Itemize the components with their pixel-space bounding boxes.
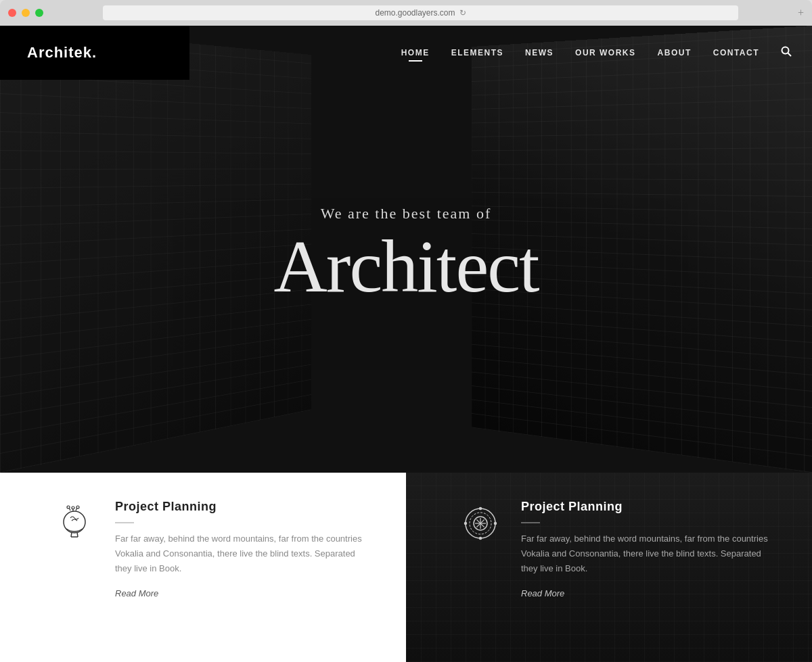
website: Architek. HOME ELEMENTS NEWS OUR WORKS A… — [0, 26, 812, 662]
card-text-light: Far far away, behind the word mountains,… — [115, 531, 372, 576]
card-title-light: Project Planning — [115, 500, 372, 514]
address-bar[interactable]: demo.goodlayers.com ↻ — [103, 5, 738, 20]
card-light: Project Planning Far far away, behind th… — [0, 473, 406, 662]
nav-about[interactable]: ABOUT — [658, 48, 692, 57]
nav-news[interactable]: NEWS — [525, 48, 554, 57]
hero-subtitle: We are the best team of — [273, 205, 538, 222]
reload-icon[interactable]: ↻ — [459, 8, 466, 18]
svg-point-20 — [480, 538, 482, 540]
card-title-dark: Project Planning — [521, 500, 778, 514]
card-icon-light — [54, 503, 95, 544]
card-divider-light — [115, 522, 134, 523]
browser-window: demo.goodlayers.com ↻ + Architek. — [0, 0, 812, 662]
svg-point-22 — [495, 523, 497, 525]
card-divider-dark — [521, 522, 540, 523]
nav-elements[interactable]: ELEMENTS — [451, 48, 503, 57]
nav-our-works[interactable]: OUR WORKS — [575, 48, 636, 57]
card-icon-dark — [460, 503, 501, 544]
hero-title: Architect — [273, 229, 538, 304]
svg-point-6 — [76, 506, 79, 509]
cards-section: Project Planning Far far away, behind th… — [0, 473, 812, 662]
traffic-light-maximize[interactable] — [35, 9, 43, 17]
nav-logo-area: Architek. — [0, 26, 189, 80]
svg-point-21 — [465, 523, 467, 525]
card-readmore-light[interactable]: Read More — [115, 588, 158, 598]
svg-point-4 — [72, 506, 74, 509]
site-logo[interactable]: Architek. — [27, 44, 97, 62]
url-text: demo.goodlayers.com — [375, 8, 455, 18]
traffic-light-close[interactable] — [8, 9, 16, 17]
svg-line-1 — [788, 53, 792, 57]
svg-point-8 — [67, 506, 70, 509]
add-tab-button[interactable]: + — [798, 7, 804, 19]
svg-line-10 — [77, 532, 78, 537]
svg-point-0 — [782, 47, 789, 54]
card-body-dark: Project Planning Far far away, behind th… — [521, 500, 778, 599]
hero-content: We are the best team of Architect — [273, 205, 538, 304]
hero-section: Architek. HOME ELEMENTS NEWS OUR WORKS A… — [0, 26, 812, 473]
nav-contact[interactable]: CONTACT — [713, 48, 759, 57]
svg-line-9 — [71, 532, 72, 537]
traffic-light-minimize[interactable] — [22, 9, 30, 17]
card-body-light: Project Planning Far far away, behind th… — [115, 500, 372, 599]
card-text-dark: Far far away, behind the word mountains,… — [521, 531, 778, 576]
browser-content: Architek. HOME ELEMENTS NEWS OUR WORKS A… — [0, 26, 812, 662]
card-readmore-dark[interactable]: Read More — [521, 588, 564, 598]
search-icon[interactable] — [781, 46, 792, 60]
card-dark: Project Planning Far far away, behind th… — [406, 473, 812, 662]
svg-point-19 — [480, 508, 482, 510]
navbar: Architek. HOME ELEMENTS NEWS OUR WORKS A… — [0, 26, 812, 80]
nav-links: HOME ELEMENTS NEWS OUR WORKS ABOUT CONTA… — [401, 46, 812, 60]
browser-titlebar: demo.goodlayers.com ↻ + — [0, 0, 812, 26]
nav-home[interactable]: HOME — [401, 48, 430, 57]
